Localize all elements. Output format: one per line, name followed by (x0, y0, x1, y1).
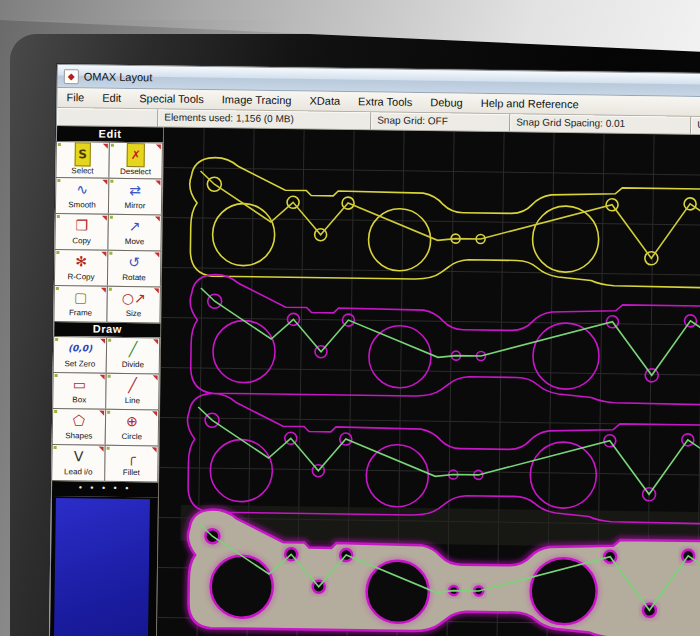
toolbar-button-select[interactable]: S Select (55, 141, 110, 179)
window-title: OMAX Layout (84, 70, 153, 83)
tool-palette: Edit S Select ✗ Deselect ∿ Smooth ⇄ (48, 126, 164, 636)
gasket-magenta-outline-1 (189, 274, 700, 406)
toolbar-button-deselect[interactable]: ✗ Deselect (108, 142, 163, 180)
menu-edit[interactable]: Edit (93, 89, 130, 109)
toolbar-button-set-zero[interactable]: (0,0) Set Zero (53, 336, 108, 374)
shapes-icon: ⬠ (73, 409, 85, 431)
toolbar-button-size[interactable]: ○↗ Size (106, 286, 161, 324)
edit-section-header: Edit (57, 126, 163, 142)
rotary-copy-icon: ✻ (75, 250, 87, 272)
box-icon: ▭ (73, 373, 87, 395)
frame-icon: ▢ (74, 286, 88, 308)
line-icon: ╱ (128, 374, 137, 396)
divide-icon: ╱ (129, 338, 138, 360)
app-window: ◆ OMAX Layout File Edit Special Tools Im… (47, 64, 700, 636)
toolbar-button-fillet[interactable]: ╭ Fillet (104, 445, 159, 483)
toolbar-button-move[interactable]: ↗ Move (107, 214, 162, 252)
toolbar-button-divide[interactable]: ╱ Divide (106, 337, 161, 375)
rotate-icon: ↺ (128, 251, 140, 273)
status-elements-used: Elements used: 1,156 (0 MB) (158, 109, 371, 129)
toolbar-button-line[interactable]: ╱ Line (105, 373, 160, 411)
drawing-canvas[interactable] (155, 128, 700, 636)
toolbar-footer (48, 496, 157, 636)
lead-io-icon: V (74, 445, 84, 467)
menu-special-tools[interactable]: Special Tools (130, 89, 213, 109)
toolbar-button-copy[interactable]: ❐ Copy (54, 213, 109, 251)
gasket-layers (184, 157, 700, 636)
circle-icon: ⊕ (126, 410, 138, 432)
copy-icon: ❐ (75, 214, 88, 236)
menu-extra-tools[interactable]: Extra Tools (349, 92, 421, 112)
photo-stage: ◆ OMAX Layout File Edit Special Tools Im… (0, 0, 700, 636)
mirror-icon: ⇄ (129, 179, 141, 201)
toolbar-button-box[interactable]: ▭ Box (52, 372, 107, 410)
menu-debug[interactable]: Debug (421, 93, 472, 113)
fillet-icon: ╭ (127, 446, 136, 468)
deselect-icon: ✗ (127, 143, 145, 167)
move-icon: ↗ (129, 215, 141, 237)
menu-help[interactable]: Help and Reference (472, 94, 588, 115)
toolbar-drag-dots: • • • • • (52, 480, 158, 497)
menu-xdata[interactable]: XData (300, 91, 349, 111)
gasket-magenta-outline-2 (186, 393, 700, 525)
status-snap-grid-spacing: Snap Grid Spacing: 0.01 (510, 114, 691, 134)
omax-logo-icon: ◆ (64, 69, 79, 84)
draw-section-header: Draw (54, 321, 160, 337)
size-icon: ○↗ (122, 287, 146, 309)
status-units: Units: inches (691, 117, 700, 135)
toolbar-button-circle[interactable]: ⊕ Circle (105, 409, 160, 447)
toolbar-button-frame[interactable]: ▢ Frame (53, 285, 108, 323)
toolbar-button-shapes[interactable]: ⬠ Shapes (52, 408, 107, 446)
select-icon: S (74, 142, 91, 166)
set-zero-icon: (0,0) (68, 337, 92, 359)
toolbar-button-rcopy[interactable]: ✻ R-Copy (54, 249, 109, 287)
status-empty (57, 108, 158, 126)
menu-file[interactable]: File (57, 88, 93, 107)
toolbar-button-lead-io[interactable]: V Lead i/o (51, 444, 106, 482)
smooth-icon: ∿ (76, 178, 88, 200)
canvas-area (155, 128, 700, 636)
toolbar-blue-panel (52, 498, 149, 636)
toolbar-button-rotate[interactable]: ↺ Rotate (107, 250, 162, 288)
menu-image-tracing[interactable]: Image Tracing (213, 90, 301, 110)
toolbar-button-smooth[interactable]: ∿ Smooth (55, 177, 110, 215)
status-snap-grid: Snap Grid: OFF (371, 112, 510, 131)
toolbar-button-mirror[interactable]: ⇄ Mirror (108, 178, 163, 216)
